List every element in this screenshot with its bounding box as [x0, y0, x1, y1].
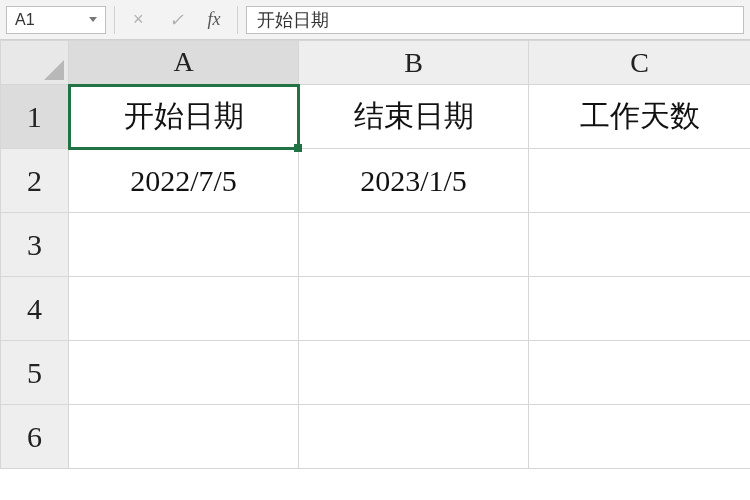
- row-header-2[interactable]: 2: [1, 149, 69, 213]
- name-box[interactable]: A1: [6, 6, 106, 34]
- cell-c3[interactable]: [529, 213, 751, 277]
- divider: [114, 6, 115, 34]
- row-header-5[interactable]: 5: [1, 341, 69, 405]
- cell-c2[interactable]: [529, 149, 751, 213]
- cell-c1[interactable]: 工作天数: [529, 85, 751, 149]
- cancel-button[interactable]: ×: [123, 6, 153, 34]
- row-header-6[interactable]: 6: [1, 405, 69, 469]
- formula-input-text: 开始日期: [257, 8, 329, 32]
- column-header-b[interactable]: B: [299, 41, 529, 85]
- cell-b4[interactable]: [299, 277, 529, 341]
- formula-input[interactable]: 开始日期: [246, 6, 744, 34]
- insert-function-button[interactable]: fx: [199, 6, 229, 34]
- cell-a2[interactable]: 2022/7/5: [69, 149, 299, 213]
- cell-b6[interactable]: [299, 405, 529, 469]
- cell-b5[interactable]: [299, 341, 529, 405]
- chevron-down-icon[interactable]: [89, 17, 97, 22]
- cell-a5[interactable]: [69, 341, 299, 405]
- row-header-1[interactable]: 1: [1, 85, 69, 149]
- cell-b3[interactable]: [299, 213, 529, 277]
- cell-a1[interactable]: 开始日期: [69, 85, 299, 149]
- check-icon: ✓: [169, 9, 184, 31]
- cell-b2[interactable]: 2023/1/5: [299, 149, 529, 213]
- cell-a3[interactable]: [69, 213, 299, 277]
- row-header-4[interactable]: 4: [1, 277, 69, 341]
- name-box-text: A1: [15, 11, 35, 29]
- confirm-button[interactable]: ✓: [161, 6, 191, 34]
- cell-a4[interactable]: [69, 277, 299, 341]
- row-header-3[interactable]: 3: [1, 213, 69, 277]
- cell-c5[interactable]: [529, 341, 751, 405]
- divider: [237, 6, 238, 34]
- column-header-c[interactable]: C: [529, 41, 751, 85]
- cell-a6[interactable]: [69, 405, 299, 469]
- cell-c6[interactable]: [529, 405, 751, 469]
- column-header-a[interactable]: A: [69, 41, 299, 85]
- select-all-corner[interactable]: [1, 41, 69, 85]
- formula-bar: A1 × ✓ fx 开始日期: [0, 0, 750, 40]
- fx-icon: fx: [208, 9, 221, 30]
- cell-c4[interactable]: [529, 277, 751, 341]
- spreadsheet-grid: A B C 1 开始日期 结束日期 工作天数 2 2022/7/5 2023/1…: [0, 40, 750, 469]
- close-icon: ×: [133, 9, 144, 30]
- cell-b1[interactable]: 结束日期: [299, 85, 529, 149]
